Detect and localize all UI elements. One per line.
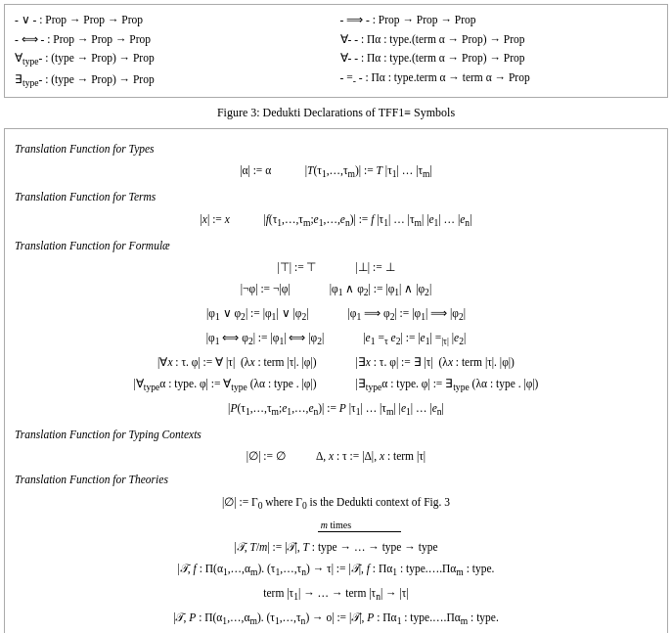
theories-row-3: |𝒯, f : Π(α1,…,αm). (τ1,…,τn) → τ| := |𝒯… (15, 559, 657, 581)
formulae-row-2: |¬φ| := ¬|φ| |φ1 ∧ φ2| := |φ1| ∧ |φ2| (15, 279, 657, 301)
formulae-row-5: |∀x : τ. φ| := ∀ |τ| (λx : term |τ|. |φ|… (15, 352, 657, 372)
right-col: - ⟹ - : Prop → Prop → Prop ∀- - : Πα : t… (340, 11, 658, 91)
caption-text: Figure 3: Dedukti Declarations of TFF1≡ … (217, 106, 455, 119)
formulae-section-title: Translation Function for Formulæ (15, 236, 657, 255)
typing-section-title: Translation Function for Typing Contexts (15, 425, 657, 444)
theories-row-2-container: m times |𝒯, T/m| := |𝒯|, T : type → … → … (15, 517, 657, 558)
formulae-row-6: |∀typeα : type. φ| := ∀type (λα : type .… (15, 374, 657, 396)
terms-formula-row: |x| := x |f(τ1,…,τm;e1,…,en)| := f |τ1| … (15, 209, 657, 232)
decl-row-4: ∃type- : (type → Prop) → Prop (15, 70, 333, 92)
types-section-title: Translation Function for Types (15, 139, 657, 158)
decl-row-3: ∀type- : (type → Prop) → Prop (15, 49, 333, 70)
decl-row-8: - =- - : Πα : type.term α → term α → Pro… (340, 68, 658, 90)
theories-row-4: |𝒯, P : Π(α1,…,αm). (τ1,…,τn) → ο| := |𝒯… (15, 608, 657, 630)
terms-section-title: Translation Function for Terms (15, 187, 657, 206)
formulae-row-1: |⊤| := ⊤ |⊥| := ⊥ (15, 257, 657, 277)
theories-section-title: Translation Function for Theories (15, 470, 657, 489)
overbrace-span: type → … → type (318, 531, 402, 557)
decl-row-2: - ⟺ - : Prop → Prop → Prop (15, 30, 333, 50)
decl-row-7: ∀- - : Πα : type.(term α → Prop) → Prop (340, 49, 658, 68)
top-declarations-box: - ∨ - : Prop → Prop → Prop - ⟺ - : Prop … (4, 4, 668, 98)
decl-row-5: - ⟹ - : Prop → Prop → Prop (340, 11, 658, 30)
typing-formula-row: |∅| := ∅ Δ, x : τ := |Δ|, x : term |τ| (15, 446, 657, 466)
formulae-row-7: |P(τ1,…,τm;e1,…,en)| := P |τ1| … |τm| |e… (15, 398, 657, 421)
theories-row-1: |∅| := Γ0 where Γ0 is the Dedukti contex… (15, 492, 657, 515)
formulae-row-3: |φ1 ∨ φ2| := |φ1| ∨ |φ2| |φ1 ⟹ φ2| := |φ… (15, 303, 657, 326)
declarations-grid: - ∨ - : Prop → Prop → Prop - ⟺ - : Prop … (15, 11, 657, 91)
decl-row-6: ∀- - : Πα : type.(term α → Prop) → Prop (340, 30, 658, 50)
decl-row-1: - ∨ - : Prop → Prop → Prop (15, 11, 333, 30)
left-col: - ∨ - : Prop → Prop → Prop - ⟺ - : Prop … (15, 11, 333, 91)
theories-row-2: |𝒯, T/m| := |𝒯|, T : type → … → type → t… (234, 531, 437, 557)
theories-row-3b: term |τ1| → … → term |τn| → |τ| (15, 583, 657, 606)
main-translation-box: Translation Function for Types |α| := α … (4, 128, 668, 633)
types-formula-row: |α| := α |T(τ1,…,τm)| := T |τ1| … |τm| (15, 160, 657, 183)
figure-caption: Figure 3: Dedukti Declarations of TFF1≡ … (4, 106, 668, 120)
formulae-row-4: |φ1 ⟺ φ2| := |φ1| ⟺ |φ2| |e1 =τ e2| := |… (15, 328, 657, 350)
